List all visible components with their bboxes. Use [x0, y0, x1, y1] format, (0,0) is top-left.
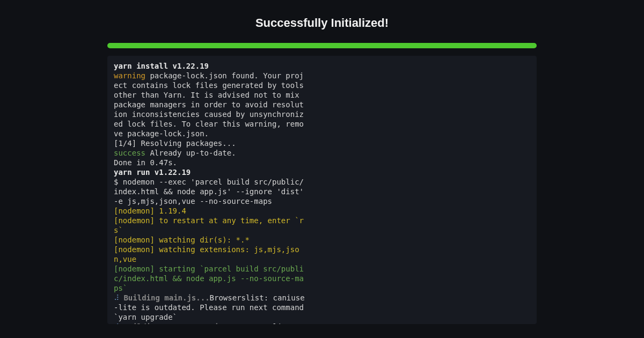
- terminal-output[interactable]: yarn install v1.22.19warning package-loc…: [107, 56, 537, 324]
- terminal-line: success Already up-to-date.: [114, 148, 307, 158]
- terminal-line: [nodemon] to restart at any time, enter …: [114, 216, 307, 235]
- terminal-line: [nodemon] 1.19.4: [114, 206, 307, 216]
- terminal-content: yarn install v1.22.19warning package-loc…: [114, 61, 307, 324]
- terminal-line: [nodemon] starting `parcel build src/pub…: [114, 264, 307, 293]
- terminal-line: ⠼ Building main.js...Browserslist: caniu…: [114, 293, 307, 322]
- terminal-line: ⠼ Building vue.common.js...Browserslist:…: [114, 322, 307, 324]
- terminal-line: [nodemon] watching dir(s): *.*: [114, 235, 307, 245]
- terminal-line: [1/4] Resolving packages...: [114, 138, 307, 148]
- terminal-line: Done in 0.47s.: [114, 158, 307, 167]
- terminal-line: yarn run v1.22.19: [114, 167, 307, 177]
- progress-bar: [107, 43, 537, 48]
- terminal-line: $ nodemon --exec 'parcel build src/publi…: [114, 177, 307, 206]
- page-title: Successfully Initialized!: [107, 16, 537, 30]
- terminal-line: [nodemon] watching extensions: js,mjs,js…: [114, 245, 307, 264]
- terminal-line: warning package-lock.json found. Your pr…: [114, 71, 307, 138]
- terminal-line: yarn install v1.22.19: [114, 61, 307, 71]
